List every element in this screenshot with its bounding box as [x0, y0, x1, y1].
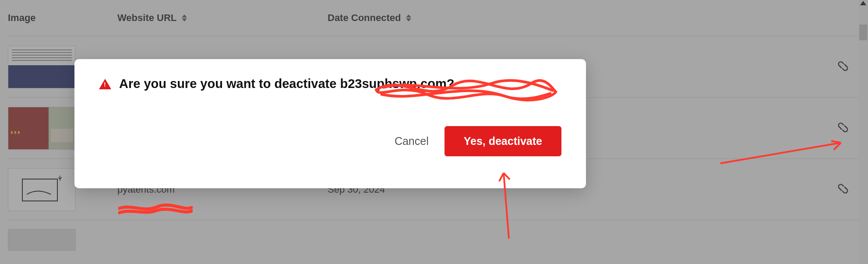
confirm-deactivate-button[interactable]: Yes, deactivate — [445, 126, 561, 156]
dialog-title: Are you sure you want to deactivate b23s… — [119, 77, 454, 91]
cancel-button[interactable]: Cancel — [395, 135, 429, 148]
warning-icon — [99, 79, 111, 89]
deactivate-confirmation-dialog: Are you sure you want to deactivate b23s… — [74, 59, 586, 188]
